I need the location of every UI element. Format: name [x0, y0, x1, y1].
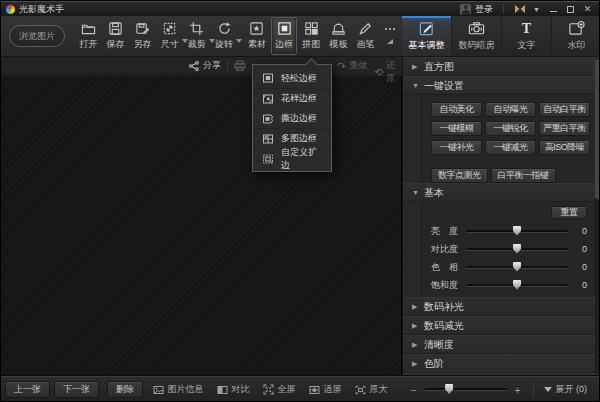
collapsed-arrow-icon: ▶	[412, 341, 418, 349]
expand-filmstrip-button[interactable]: 展开 (0)	[544, 383, 588, 396]
contrast-slider[interactable]	[466, 248, 568, 251]
save-as-icon	[135, 21, 150, 36]
slider-handle[interactable]	[513, 226, 521, 236]
tab-text[interactable]: T 文字	[501, 16, 551, 56]
quick-button-one-click-sharpen[interactable]: 一键锐化	[485, 121, 536, 136]
menu-item-fancy-border[interactable]: 花样边框	[253, 88, 331, 108]
section-clarity[interactable]: ▶ 清晰度	[403, 335, 600, 354]
brightness-slider[interactable]	[466, 230, 568, 233]
bowtie-icon	[515, 5, 525, 13]
compare-toggle[interactable]: 对比	[217, 383, 250, 396]
slider-hue: 色 相 0	[431, 258, 587, 276]
fullscreen-button[interactable]: 全屏	[263, 383, 296, 396]
menu-dropdown-button[interactable]: ▼	[528, 3, 545, 16]
quick-button-severe-white-balance[interactable]: 严重白平衡	[539, 121, 590, 136]
tab-watermark[interactable]: 水印	[551, 16, 600, 56]
delete-button[interactable]: 删除	[107, 381, 143, 398]
zoom-out-button[interactable]: −	[409, 384, 419, 396]
prev-image-button[interactable]: 上一张	[5, 381, 50, 398]
quick-button-one-click-blur[interactable]: 一键模糊	[431, 121, 482, 136]
slider-handle[interactable]	[513, 280, 521, 290]
menu-item-easy-border[interactable]: 轻松边框	[253, 68, 331, 88]
image-info-toggle[interactable]: 图片信息	[153, 383, 204, 396]
more-corner-arrow	[387, 39, 393, 44]
toolbar-item-template[interactable]: 模板	[325, 17, 351, 55]
saturation-slider[interactable]	[466, 284, 568, 287]
close-button[interactable]: ✕	[579, 3, 596, 16]
next-image-button[interactable]: 下一张	[54, 381, 99, 398]
section-levels[interactable]: ▶ 色阶	[403, 354, 600, 373]
expanded-arrow-icon: ▼	[412, 82, 418, 89]
section-histogram[interactable]: ▶ 直方图	[403, 57, 600, 76]
compare-icon	[217, 385, 228, 395]
login-label: 登录	[475, 3, 493, 16]
restore-button[interactable]: ⟲ 还原	[374, 59, 402, 85]
slider-contrast: 对比度 0	[431, 240, 587, 258]
toolbar-item-border[interactable]: 边框	[271, 17, 297, 55]
section-digital-reduce-light[interactable]: ▶ 数码减光	[403, 316, 600, 335]
reset-button[interactable]: 重置	[551, 206, 587, 219]
toolbar-item-more[interactable]	[380, 17, 401, 55]
tab-basic-adjust[interactable]: 基本调整	[402, 16, 451, 56]
toolbar-item-rotate[interactable]: 旋转	[211, 17, 237, 55]
section-digital-fill-light[interactable]: ▶ 数码补光	[403, 297, 600, 316]
quick-button-white-balance-one-touch[interactable]: 白平衡一指键	[491, 168, 556, 183]
original-size-button[interactable]: 原大	[355, 383, 388, 396]
minimize-button[interactable]	[545, 3, 562, 16]
hue-slider[interactable]	[466, 266, 568, 269]
border-frame-icon	[277, 21, 292, 36]
menu-item-torn-border[interactable]: 撕边边框	[253, 108, 331, 128]
toolbar-item-save-as[interactable]: 另存	[130, 17, 156, 55]
toolbar-item-save[interactable]: 保存	[102, 17, 128, 55]
toolbar-item-crop[interactable]: 裁剪	[184, 17, 210, 55]
tab-digital-darkroom[interactable]: 数码暗房	[451, 16, 501, 56]
login-button[interactable]: 登录	[460, 3, 493, 16]
zoom-slider[interactable]	[425, 388, 507, 391]
fullscreen-icon	[263, 384, 274, 395]
quick-button-fill-light[interactable]: 一键补光	[431, 140, 482, 155]
quick-button-reduce-light[interactable]: 一键减光	[485, 140, 536, 155]
camera-icon	[468, 20, 485, 37]
maximize-button[interactable]	[562, 3, 579, 16]
skin-button[interactable]	[511, 3, 528, 16]
scrollbar-thumb[interactable]	[595, 59, 600, 199]
collage-grid-icon	[304, 21, 319, 36]
close-icon: ✕	[584, 5, 592, 14]
slider-saturation: 饱和度 0	[431, 276, 587, 294]
quick-button-auto-exposure[interactable]: 自动曝光	[485, 102, 536, 117]
slider-handle[interactable]	[513, 262, 521, 272]
browse-images-button[interactable]: 浏览图片	[9, 25, 65, 47]
quick-button-auto-beautify[interactable]: 自动美化	[431, 102, 482, 117]
print-icon[interactable]	[234, 60, 246, 73]
redo-button[interactable]: ↷ 重做	[337, 59, 367, 72]
quick-button-high-iso-denoise[interactable]: 高ISO降噪	[539, 140, 590, 155]
panel-scrollbar[interactable]	[595, 58, 600, 374]
expand-arrow-icon	[544, 387, 552, 392]
toolbar-item-material[interactable]: 素材	[244, 17, 270, 55]
section-quick-settings[interactable]: ▼ 一键设置	[403, 76, 600, 95]
toolbar-item-collage[interactable]: 拼图	[298, 17, 324, 55]
slider-handle[interactable]	[513, 244, 521, 254]
easy-border-icon	[262, 72, 274, 84]
zoom-in-button[interactable]: +	[513, 384, 523, 396]
save-disk-icon	[108, 21, 123, 36]
basic-body: 重置 亮 度 0 对比度 0 色 相 0 饱和度 0	[421, 202, 600, 297]
fit-screen-button[interactable]: 适屏	[309, 383, 342, 396]
toolbar-item-resize[interactable]: 尺寸	[157, 17, 183, 55]
toolbar-item-brush[interactable]: 画笔	[353, 17, 379, 55]
zoom-slider-handle[interactable]	[445, 384, 453, 394]
app-logo-icon	[6, 5, 15, 14]
border-dropdown-menu: 轻松边框 花样边框 撕边边框 多图边框 自定义扩边	[252, 64, 332, 172]
restore-icon: ⟲	[374, 66, 383, 78]
text-T-icon: T	[522, 21, 531, 37]
menu-item-custom-expand[interactable]: 自定义扩边	[253, 148, 331, 168]
rotate-dropdown-arrow[interactable]	[236, 39, 242, 43]
chevron-down-icon: ▼	[533, 6, 540, 13]
minimize-icon	[550, 11, 557, 12]
share-button[interactable]: 分享	[189, 59, 221, 72]
open-folder-icon	[81, 21, 96, 36]
toolbar-item-open[interactable]: 打开	[75, 17, 101, 55]
section-basic[interactable]: ▼ 基本	[403, 183, 600, 202]
quick-button-digital-spot-metering[interactable]: 数字点测光	[431, 168, 488, 183]
quick-button-auto-white-balance[interactable]: 自动白平衡	[539, 102, 590, 117]
